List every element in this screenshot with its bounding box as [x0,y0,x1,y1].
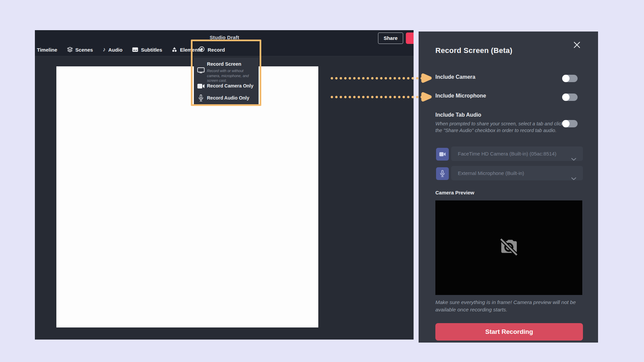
nav-tab-audio[interactable]: ♪ Audio [103,47,122,53]
share-button[interactable]: Share [378,33,403,44]
camera-device-select[interactable]: FaceTime HD Camera (Built-in) (05ac:8514… [451,146,583,161]
nav-tab-scenes[interactable]: Scenes [67,47,93,53]
include-tab-audio-description: When prompted to share your screen, sele… [435,120,567,134]
screen-icon [197,67,205,75]
subtitles-icon [132,47,138,52]
menu-item-label: Record Audio Only [207,95,249,101]
nav-tab-timeline[interactable]: Timeline [37,47,57,53]
camera-device-value: FaceTime HD Camera (Built-in) (05ac:8514… [458,151,556,157]
microphone-icon [199,95,203,103]
panel-title: Record Screen (Beta) [435,46,513,55]
shapes-icon [172,47,177,52]
dotted-arrow-line-camera [330,77,422,80]
include-microphone-toggle[interactable] [562,94,578,101]
toggle-knob [562,75,570,82]
chevron-down-icon [571,171,576,186]
nav-tab-record[interactable]: Record [199,43,225,56]
camera-preview-area [435,200,582,295]
microphone-icon [436,167,449,180]
chevron-down-icon [571,152,576,166]
video-camera-icon [197,83,205,90]
arrowhead-icon [421,73,433,83]
nav-tab-label: Timeline [37,47,57,53]
nav-tab-subtitles[interactable]: Subtitles [132,47,162,53]
record-icon [199,46,205,53]
nav-tab-label: Record [208,47,225,53]
project-title: Studio Draft [182,35,266,40]
video-camera-icon [436,148,449,161]
toggle-knob [562,94,570,101]
camera-off-icon [498,237,520,258]
editor-nav: Timeline Scenes ♪ Audio Subtitles [36,43,202,56]
arrowhead-icon [421,92,433,102]
menu-item-label: Record Screen [207,61,241,67]
include-microphone-label: Include Microphone [435,93,486,99]
microphone-device-value: External Microphone (Built-in) [458,170,524,176]
toggle-knob [562,120,570,127]
export-button-partial[interactable] [406,33,414,44]
close-icon[interactable] [573,41,582,50]
menu-item-description: Record with or without camera, microphon… [207,68,257,83]
nav-tab-label: Audio [108,47,123,53]
include-tab-audio-toggle[interactable] [562,120,578,127]
nav-tab-label: Subtitles [141,47,162,53]
nav-tab-label: Scenes [75,47,93,53]
start-recording-button[interactable]: Start Recording [435,323,583,341]
preview-note: Make sure everything is in frame! Camera… [435,299,584,313]
nav-tab-elements[interactable]: Elements [172,47,202,53]
record-menu: Record Screen Record with or without cam… [194,58,259,104]
dotted-arrow-line-microphone [330,96,422,99]
layers-icon [67,47,73,52]
include-camera-label: Include Camera [435,74,475,80]
video-canvas[interactable] [56,66,318,327]
include-camera-toggle[interactable] [562,75,578,82]
include-tab-audio-label: Include Tab Audio [435,112,481,118]
menu-item-record-audio-only[interactable]: Record Audio Only [194,94,259,103]
camera-preview-label: Camera Preview [435,190,474,195]
menu-item-label: Record Camera Only [207,83,254,88]
record-screen-panel: Record Screen (Beta) Include Camera Incl… [419,32,598,343]
menu-item-record-camera-only[interactable]: Record Camera Only [194,82,259,90]
editor-header: Studio Draft Timeline Scenes ♪ Audio Sub… [35,30,414,56]
microphone-device-select[interactable]: External Microphone (Built-in) [451,166,583,180]
music-note-icon: ♪ [103,47,106,52]
